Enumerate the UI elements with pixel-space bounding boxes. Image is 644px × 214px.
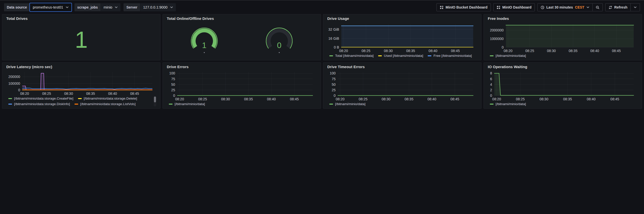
legend-item[interactable]: [/bitnami/minio/data:storage.CreateFile] bbox=[8, 97, 73, 100]
panel-free-inodes: Free Inodes 01000000200000008:2008:2508:… bbox=[484, 14, 642, 60]
data-source-value: prometheus-test01 bbox=[33, 5, 63, 9]
gauge-value: 1 bbox=[202, 41, 207, 50]
y-axis-tick: 6 bbox=[490, 77, 492, 81]
panel-title-io-operations[interactable]: IO Operations Waiting bbox=[488, 64, 638, 70]
y-axis-tick: 2 bbox=[490, 88, 492, 92]
y-axis-tick: 100 bbox=[330, 71, 336, 75]
dashboard-toolbar: Data source prometheus-test01 scrape_job… bbox=[0, 1, 644, 14]
refresh-interval-button[interactable] bbox=[630, 4, 640, 11]
io-operations-chart[interactable]: 0246808:2008:2508:3008:3508:4008:45 bbox=[494, 72, 634, 96]
panel-title-drive-usage[interactable]: Drive Usage bbox=[327, 16, 477, 21]
legend-label: Free [/bitnami/minio/data] bbox=[433, 54, 472, 58]
legend-item[interactable]: [/bitnami/minio/data] bbox=[169, 102, 205, 106]
refresh-label: Refresh bbox=[614, 5, 627, 9]
x-axis-tick: 08:35 bbox=[405, 97, 413, 101]
panel-title-drive-errors[interactable]: Drive Errors bbox=[167, 64, 317, 70]
drive-gauges: 10 bbox=[167, 21, 317, 58]
y-axis-tick: 50 bbox=[332, 83, 336, 86]
legend-label: [/bitnami/minio/data] bbox=[335, 102, 366, 106]
data-source-select[interactable]: prometheus-test01 bbox=[30, 3, 71, 11]
refresh-group: Refresh bbox=[605, 3, 640, 11]
x-axis-tick: 08:20 bbox=[339, 49, 348, 53]
variable-data-source: Data source prometheus-test01 bbox=[4, 3, 71, 11]
x-axis-tick: 08:40 bbox=[429, 49, 437, 53]
legend-item[interactable]: [/bitnami/minio/data:storage.ListVols] bbox=[74, 102, 136, 106]
drive-timeout-errors-chart[interactable]: 025507510008:2008:2508:3008:3508:4008:45 bbox=[338, 72, 473, 96]
total-drives-value: 1 bbox=[75, 28, 88, 51]
plot-area[interactable] bbox=[177, 72, 313, 96]
gauge: 1 bbox=[185, 25, 223, 54]
legend-swatch-icon bbox=[8, 98, 12, 99]
x-axis-tick: 08:45 bbox=[130, 92, 139, 95]
plot-area[interactable] bbox=[338, 72, 473, 96]
panel-title-drive-timeout-errors[interactable]: Drive Timeout Errors bbox=[327, 64, 477, 70]
x-axis-tick: 08:25 bbox=[359, 97, 368, 101]
plot-area[interactable] bbox=[506, 24, 634, 47]
drive-usage-legend: Total [/bitnami/minio/data]Used [/bitnam… bbox=[327, 53, 477, 58]
time-range-button[interactable]: Last 30 minutes CEST bbox=[538, 4, 592, 11]
drive-errors-chart[interactable]: 025507510008:2008:2508:3008:3508:4008:45 bbox=[177, 72, 313, 96]
zoom-out-button[interactable] bbox=[592, 4, 602, 11]
drive-latency-legend: [/bitnami/minio/data:storage.CreateFile]… bbox=[6, 96, 156, 106]
legend-swatch-icon bbox=[329, 55, 333, 56]
y-axis-tick: 200000 bbox=[8, 75, 20, 78]
panel-title-free-inodes[interactable]: Free Inodes bbox=[488, 16, 638, 21]
x-axis-tick: 08:35 bbox=[569, 49, 577, 53]
x-axis-tick: 08:45 bbox=[290, 97, 299, 101]
time-range-label: Last 30 minutes bbox=[546, 5, 573, 9]
scrape-jobs-label: scrape_jobs bbox=[74, 3, 101, 11]
legend-item[interactable]: Total [/bitnami/minio/data] bbox=[329, 54, 374, 58]
legend-swatch-icon bbox=[490, 55, 494, 56]
legend-scrollbar[interactable] bbox=[154, 96, 156, 106]
plot-area[interactable] bbox=[341, 24, 473, 47]
panel-title-online-offline[interactable]: Total Online/Offline Drives bbox=[167, 16, 317, 21]
y-axis-tick: 0 bbox=[490, 94, 492, 97]
plot-area[interactable] bbox=[494, 72, 634, 96]
y-axis-tick: 16 GiB bbox=[328, 37, 339, 40]
y-axis-tick: 0 bbox=[334, 94, 336, 97]
minio-bucket-dashboard-button[interactable]: MinIO Bucket Dashboard bbox=[436, 3, 491, 11]
legend-scrollbar-thumb[interactable] bbox=[154, 97, 156, 102]
drive-errors-legend: [/bitnami/minio/data] bbox=[167, 102, 317, 106]
legend-swatch-icon bbox=[378, 55, 382, 56]
legend-item[interactable]: [/bitnami/minio/data:storage.Delete] bbox=[78, 97, 137, 100]
server-select[interactable]: 127.0.0.1:9000 bbox=[140, 3, 176, 11]
legend-item[interactable]: [/bitnami/minio/data] bbox=[490, 54, 526, 58]
x-axis-tick: 08:30 bbox=[221, 97, 230, 101]
data-source-label: Data source bbox=[4, 3, 30, 11]
y-axis-tick: 25 bbox=[332, 88, 336, 92]
plot-area[interactable] bbox=[22, 72, 152, 90]
legend-swatch-icon bbox=[490, 104, 494, 105]
scrape-jobs-value: minio bbox=[104, 5, 112, 9]
x-axis-tick: 08:45 bbox=[610, 97, 619, 101]
drive-usage-chart[interactable]: 0 B16 GiB32 GiB08:2008:2508:3008:3508:40… bbox=[341, 24, 473, 47]
y-axis-tick: 75 bbox=[171, 77, 175, 81]
x-axis-tick: 08:30 bbox=[384, 49, 393, 53]
y-axis-tick: 50 bbox=[171, 83, 175, 86]
scrape-jobs-select[interactable]: minio bbox=[101, 3, 121, 11]
apps-icon bbox=[497, 6, 500, 9]
x-axis-tick: 08:35 bbox=[86, 92, 95, 95]
legend-item[interactable]: Used [/bitnami/minio/data] bbox=[378, 54, 423, 58]
x-axis-tick: 08:45 bbox=[612, 49, 621, 53]
free-inodes-chart[interactable]: 01000000200000008:2008:2508:3008:3508:40… bbox=[506, 24, 634, 47]
y-axis-tick: 100 bbox=[169, 71, 175, 75]
x-axis-tick: 08:20 bbox=[336, 97, 345, 101]
legend-item[interactable]: [/bitnami/minio/data] bbox=[329, 102, 366, 106]
panel-title-drive-latency[interactable]: Drive Latency (micro sec) bbox=[6, 64, 156, 70]
io-operations-legend: [/bitnami/minio/data] bbox=[488, 102, 638, 106]
minio-bucket-dashboard-label: MinIO Bucket Dashboard bbox=[446, 5, 487, 9]
panel-drive-errors: Drive Errors 025507510008:2008:2508:3008… bbox=[163, 62, 321, 109]
y-axis-tick: 25 bbox=[171, 88, 175, 92]
panel-title-total-drives[interactable]: Total Drives bbox=[6, 16, 156, 21]
legend-item[interactable]: [/bitnami/minio/data:storage.DiskInfo] bbox=[8, 102, 70, 106]
legend-item[interactable]: Free [/bitnami/minio/data] bbox=[428, 54, 472, 58]
minio-dashboard-button[interactable]: MinIO Dashboard bbox=[493, 3, 535, 11]
y-axis-tick: 1000000 bbox=[490, 37, 504, 40]
x-axis-tick: 08:25 bbox=[42, 92, 51, 95]
legend-item[interactable]: [/bitnami/minio/data] bbox=[490, 102, 526, 106]
refresh-button[interactable]: Refresh bbox=[606, 4, 630, 11]
drive-timeout-errors-legend: [/bitnami/minio/data] bbox=[327, 102, 477, 106]
drive-latency-chart[interactable]: 010000020000008:2008:2508:3008:3508:4008… bbox=[22, 72, 152, 90]
y-axis-tick: 100000 bbox=[8, 82, 20, 85]
